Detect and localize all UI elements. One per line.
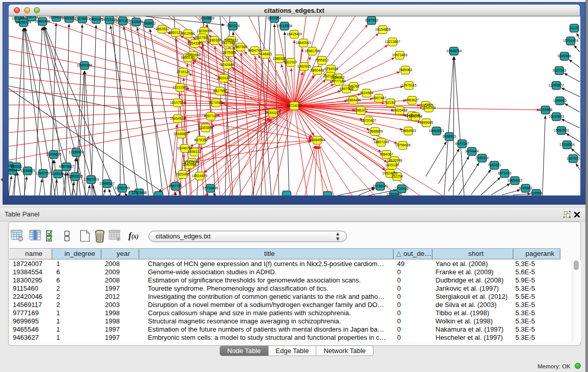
svg-text:20053346: 20053346 bbox=[77, 63, 92, 67]
svg-text:8267130: 8267130 bbox=[204, 114, 218, 118]
svg-text:20206506: 20206506 bbox=[46, 152, 61, 156]
svg-text:5170065: 5170065 bbox=[209, 101, 223, 104]
svg-text:12942757: 12942757 bbox=[35, 171, 51, 175]
svg-text:8660123: 8660123 bbox=[169, 31, 183, 34]
svg-text:7955812: 7955812 bbox=[315, 58, 329, 62]
svg-text:19384554: 19384554 bbox=[310, 138, 325, 142]
svg-text:1588520: 1588520 bbox=[273, 57, 287, 60]
svg-text:8427552: 8427552 bbox=[213, 89, 227, 93]
svg-text:746266: 746266 bbox=[348, 84, 360, 88]
svg-text:2718126: 2718126 bbox=[177, 70, 190, 74]
svg-text:19654923: 19654923 bbox=[401, 129, 416, 133]
svg-text:1154003: 1154003 bbox=[422, 106, 435, 110]
svg-text:7625402: 7625402 bbox=[176, 172, 190, 176]
svg-text:7986372: 7986372 bbox=[354, 108, 368, 112]
svg-text:252254: 252254 bbox=[391, 174, 403, 178]
svg-text:1615132: 1615132 bbox=[385, 163, 399, 167]
svg-text:924508: 924508 bbox=[531, 191, 542, 195]
svg-text:3624554: 3624554 bbox=[360, 91, 374, 95]
svg-text:8471676: 8471676 bbox=[498, 171, 512, 175]
svg-text:16107553: 16107553 bbox=[170, 101, 185, 104]
svg-text:9329966: 9329966 bbox=[558, 54, 572, 58]
svg-text:9777169: 9777169 bbox=[332, 79, 346, 83]
svg-text:16914479: 16914479 bbox=[192, 174, 207, 178]
svg-text:10958107: 10958107 bbox=[99, 182, 115, 185]
svg-text:8912954: 8912954 bbox=[181, 32, 195, 35]
svg-text:20364436: 20364436 bbox=[345, 98, 361, 102]
svg-text:8990448: 8990448 bbox=[311, 69, 324, 72]
svg-text:1145194: 1145194 bbox=[51, 172, 64, 176]
svg-text:16154808: 16154808 bbox=[375, 28, 390, 31]
svg-text:12923446: 12923446 bbox=[386, 192, 402, 195]
svg-text:14055724: 14055724 bbox=[16, 20, 31, 24]
svg-text:2687682: 2687682 bbox=[365, 18, 379, 22]
svg-text:62160: 62160 bbox=[386, 101, 396, 104]
svg-text:12093872: 12093872 bbox=[549, 83, 564, 87]
svg-text:2454312: 2454312 bbox=[331, 76, 345, 79]
svg-text:8454749: 8454749 bbox=[248, 49, 262, 52]
svg-text:19166827: 19166827 bbox=[173, 132, 189, 136]
svg-text:1733426: 1733426 bbox=[395, 187, 409, 190]
svg-text:11125: 11125 bbox=[570, 26, 579, 30]
svg-text:9327508: 9327508 bbox=[222, 41, 235, 45]
svg-text:16961758: 16961758 bbox=[304, 49, 320, 53]
svg-text:90975867: 90975867 bbox=[59, 165, 74, 168]
svg-text:7663822: 7663822 bbox=[142, 21, 156, 25]
svg-text:18807249: 18807249 bbox=[374, 140, 389, 144]
svg-text:16415419: 16415419 bbox=[287, 32, 302, 36]
svg-text:11156829: 11156829 bbox=[20, 169, 35, 172]
svg-text:16403001: 16403001 bbox=[429, 129, 444, 133]
svg-text:1540994: 1540994 bbox=[183, 163, 197, 166]
svg-text:10025438: 10025438 bbox=[392, 108, 407, 112]
svg-text:8678352: 8678352 bbox=[194, 138, 208, 142]
svg-text:8215958: 8215958 bbox=[539, 108, 553, 112]
svg-text:15692901: 15692901 bbox=[554, 128, 569, 132]
svg-text:9242848: 9242848 bbox=[221, 63, 234, 67]
svg-text:16033809: 16033809 bbox=[199, 16, 214, 20]
svg-text:16671355: 16671355 bbox=[115, 19, 130, 23]
svg-text:9474444: 9474444 bbox=[465, 149, 479, 153]
svg-text:12975115: 12975115 bbox=[401, 83, 417, 87]
svg-text:83943: 83943 bbox=[9, 164, 14, 167]
svg-text:9657791: 9657791 bbox=[169, 184, 183, 188]
svg-text:13226058: 13226058 bbox=[197, 29, 212, 33]
svg-text:1362615: 1362615 bbox=[297, 64, 311, 68]
svg-text:12213369: 12213369 bbox=[172, 85, 188, 89]
svg-text:17359924: 17359924 bbox=[69, 150, 84, 154]
svg-text:2935114: 2935114 bbox=[475, 156, 489, 160]
svg-text:17016504: 17016504 bbox=[559, 143, 575, 146]
svg-text:6794028: 6794028 bbox=[324, 67, 338, 71]
svg-text:1244415: 1244415 bbox=[553, 99, 567, 102]
svg-text:10807487: 10807487 bbox=[371, 96, 386, 100]
svg-text:9084067: 9084067 bbox=[380, 152, 394, 156]
svg-text:5495794: 5495794 bbox=[409, 115, 423, 118]
svg-text:9327503: 9327503 bbox=[195, 36, 209, 39]
svg-text:18724007: 18724007 bbox=[287, 104, 302, 107]
svg-text:9245682: 9245682 bbox=[519, 186, 533, 190]
svg-text:12923446: 12923446 bbox=[132, 191, 147, 194]
svg-text:2867608: 2867608 bbox=[234, 45, 248, 49]
svg-text:12505135: 12505135 bbox=[68, 174, 83, 178]
svg-text:8186328: 8186328 bbox=[208, 38, 222, 42]
svg-text:15716485: 15716485 bbox=[203, 186, 218, 190]
svg-text:9463627: 9463627 bbox=[405, 98, 419, 102]
svg-text:17957253: 17957253 bbox=[83, 178, 99, 181]
svg-text:12213967: 12213967 bbox=[385, 40, 400, 43]
svg-text:39154: 39154 bbox=[9, 168, 17, 172]
svg-text:19218506: 19218506 bbox=[277, 24, 292, 28]
svg-text:2803144: 2803144 bbox=[217, 76, 231, 80]
svg-text:8322037: 8322037 bbox=[284, 60, 298, 64]
svg-text:1167533: 1167533 bbox=[567, 157, 580, 160]
svg-text:16120746: 16120746 bbox=[387, 159, 402, 162]
svg-text:8938923: 8938923 bbox=[443, 135, 456, 138]
svg-text:9032271: 9032271 bbox=[25, 16, 39, 18]
svg-text:10648784: 10648784 bbox=[446, 49, 462, 53]
svg-text:7632621: 7632621 bbox=[488, 163, 502, 167]
svg-text:16543382: 16543382 bbox=[187, 41, 203, 45]
svg-text:25300215: 25300215 bbox=[265, 111, 280, 115]
svg-text:11353594: 11353594 bbox=[198, 126, 213, 129]
svg-text:16640910: 16640910 bbox=[296, 41, 311, 45]
svg-text:9146821: 9146821 bbox=[259, 52, 273, 56]
svg-text:7857224: 7857224 bbox=[226, 24, 240, 28]
svg-text:9699695: 9699695 bbox=[420, 121, 433, 124]
